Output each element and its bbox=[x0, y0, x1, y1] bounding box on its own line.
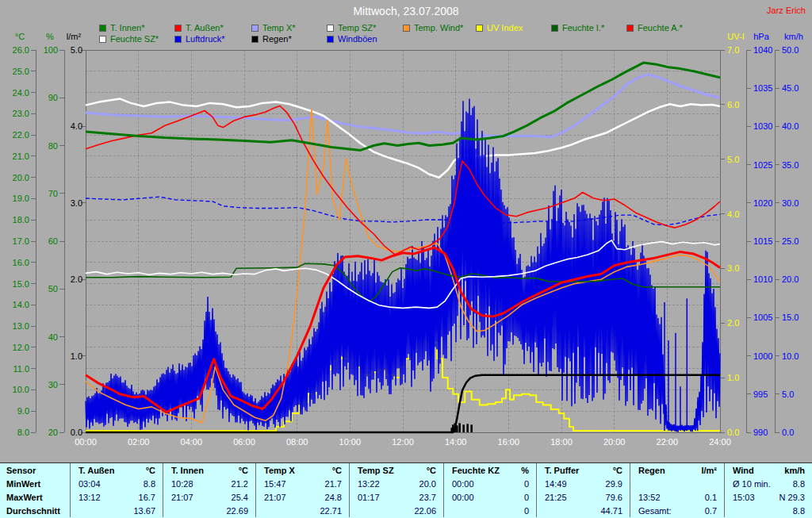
table-cell-t-puffer-avg-right: 44.71 bbox=[600, 506, 622, 516]
table-cell-temp-x-max-right: 24.8 bbox=[325, 493, 342, 502]
axis-tick-label: 10.0 bbox=[13, 385, 29, 394]
axis-tick-label: 1025 bbox=[753, 160, 772, 170]
table-cell-t-außen-header-left: T. Außen bbox=[79, 466, 114, 475]
table-cell-temp-x-header: Temp X°C bbox=[255, 463, 349, 477]
axis-header-lm2: l/m² bbox=[67, 32, 82, 41]
table-cell-temp-sz-header: Temp SZ°C bbox=[349, 463, 443, 477]
axis-tick-label: 1040 bbox=[753, 45, 772, 55]
table-cell-wind-min-left: Ø 10 min. bbox=[733, 479, 771, 489]
axis-tick-label: 1000 bbox=[753, 351, 772, 361]
table-cell-t-außen-max-right: 16.7 bbox=[139, 493, 155, 502]
axis-tick-label: 14.0 bbox=[13, 300, 29, 309]
table-cell-wind-min: Ø 10 min.8.8 bbox=[724, 477, 812, 490]
x-axis-label: 04:00 bbox=[181, 437, 203, 447]
table-row-label: MinWert bbox=[0, 477, 70, 490]
table-cell-feuchte-kz-min-right: 0 bbox=[524, 479, 529, 489]
x-axis-label: 06:00 bbox=[233, 437, 255, 447]
table-cell-temp-x-max: 21:0724.8 bbox=[255, 490, 349, 504]
table-cell-feuchte-kz-header-left: Feuchte KZ bbox=[452, 466, 500, 475]
axis-tick-label: 1020 bbox=[753, 198, 772, 208]
table-cell-temp-sz-max-left: 01:17 bbox=[358, 493, 380, 502]
table-cell-t-innen-avg: 22.69 bbox=[163, 504, 255, 517]
table-cell-t-außen-max-left: 13:12 bbox=[79, 493, 101, 502]
statistics-table: SensorT. Außen°CT. Innen°CTemp X°CTemp S… bbox=[0, 462, 812, 518]
x-axis-label: 08:00 bbox=[286, 437, 308, 447]
table-cell-t-puffer-max-right: 79.6 bbox=[606, 493, 622, 502]
axis-tick-label: 1035 bbox=[753, 83, 772, 93]
table-row-label: Durchschnitt bbox=[0, 504, 70, 517]
table-cell-t-außen-min: 03:048.8 bbox=[70, 477, 163, 490]
table-cell-t-innen-header: T. Innen°C bbox=[163, 463, 255, 477]
weather-chart: °C8.09.010.011.012.013.014.015.016.017.0… bbox=[0, 0, 812, 462]
axis-tick-label: 20 bbox=[48, 428, 58, 437]
axis-header-uv: UV-I bbox=[727, 32, 744, 41]
table-cell-regen-min bbox=[630, 477, 724, 490]
axis-tick-label: 16.0 bbox=[13, 258, 29, 267]
axis-tick-label: 3.0 bbox=[71, 198, 82, 208]
table-cell-feuchte-kz-header: Feuchte KZ% bbox=[443, 463, 536, 477]
table-cell-t-innen-header-right: °C bbox=[239, 466, 248, 475]
table-cell-temp-x-min-left: 15:47 bbox=[264, 479, 286, 489]
axis-tick-label: 5.0 bbox=[71, 45, 82, 55]
table-cell-t-puffer-min: 14:4929.9 bbox=[536, 477, 630, 490]
x-axis-label: 16:00 bbox=[498, 437, 520, 447]
table-cell-regen-avg-left: Gesamt: bbox=[638, 506, 672, 516]
table-cell-feuchte-kz-avg: 0 bbox=[443, 504, 536, 517]
table-cell-temp-sz-avg: 22.06 bbox=[349, 504, 443, 517]
table-cell-temp-x-header-left: Temp X bbox=[264, 466, 295, 475]
axis-tick-label: 15.0 bbox=[13, 279, 29, 289]
axis-tick-label: 8.0 bbox=[17, 428, 29, 437]
table-cell-temp-sz-avg-right: 22.06 bbox=[414, 506, 436, 516]
x-axis-label: 10:00 bbox=[339, 437, 362, 447]
table-row-label-left: MinWert bbox=[6, 479, 40, 489]
axis-tick-label: 15.0 bbox=[782, 313, 799, 322]
table-cell-t-puffer-max: 21:2579.6 bbox=[536, 490, 630, 504]
table-cell-temp-sz-min-right: 20.0 bbox=[419, 479, 436, 489]
axis-header-hpa: hPa bbox=[753, 32, 769, 41]
axis-header-pct: % bbox=[46, 32, 54, 41]
table-cell-wind-max: 15:03N 29.3 bbox=[724, 490, 812, 504]
table-cell-t-außen-header: T. Außen°C bbox=[70, 463, 163, 477]
axis-tick-label: 60 bbox=[48, 236, 58, 246]
axis-tick-label: 13.0 bbox=[13, 321, 29, 331]
table-cell-temp-sz-max-right: 23.7 bbox=[419, 493, 436, 502]
table-cell-feuchte-kz-max-right: 0 bbox=[524, 493, 529, 502]
table-cell-t-innen-max-left: 21:07 bbox=[171, 493, 193, 502]
table-cell-feuchte-kz-header-right: % bbox=[521, 466, 529, 475]
axis-tick-label: 35.0 bbox=[782, 160, 799, 170]
table-row-label: MaxWert bbox=[0, 490, 70, 504]
x-axis-label: 00:00 bbox=[75, 437, 97, 447]
table-cell-feuchte-kz-max-left: 00:00 bbox=[452, 493, 474, 502]
x-axis-label: 24:00 bbox=[709, 437, 731, 447]
table-cell-feuchte-kz-min: 00:000 bbox=[443, 477, 536, 490]
x-axis-label: 20:00 bbox=[603, 437, 626, 447]
axis-tick-label: 1005 bbox=[753, 313, 772, 322]
axis-tick-label: 0.0 bbox=[71, 428, 82, 437]
table-cell-regen-header-left: Regen bbox=[638, 466, 665, 475]
axis-tick-label: 17.0 bbox=[13, 236, 29, 246]
table-cell-t-außen-avg-right: 13.67 bbox=[133, 506, 155, 516]
table-cell-temp-sz-min: 13:2220.0 bbox=[349, 477, 443, 490]
axis-tick-label: 19.0 bbox=[13, 194, 29, 203]
table-cell-t-puffer-header-right: °C bbox=[613, 466, 622, 475]
table-cell-t-außen-header-right: °C bbox=[146, 466, 155, 475]
table-cell-temp-x-header-right: °C bbox=[332, 466, 342, 475]
axis-tick-label: 12.0 bbox=[13, 343, 29, 352]
axis-tick-label: 6.0 bbox=[727, 100, 739, 109]
axis-tick-label: 4.0 bbox=[727, 209, 739, 219]
table-cell-wind-header-right: km/h bbox=[784, 466, 805, 475]
axis-tick-label: 30 bbox=[48, 380, 58, 389]
table-cell-wind-avg: 8.8 bbox=[724, 504, 812, 517]
x-axis-label: 22:00 bbox=[657, 437, 679, 447]
table-row-label-left: Sensor bbox=[6, 466, 36, 475]
axis-tick-label: 70 bbox=[48, 189, 58, 198]
table-cell-t-innen-min-left: 10:28 bbox=[171, 479, 193, 489]
axis-tick-label: 1015 bbox=[753, 236, 772, 246]
x-axis-label: 18:00 bbox=[550, 437, 573, 447]
axis-tick-label: 9.0 bbox=[17, 406, 29, 416]
axis-tick-label: 5.0 bbox=[727, 155, 739, 164]
axis-tick-label: 1.0 bbox=[71, 351, 82, 361]
table-row-label-left: MaxWert bbox=[6, 493, 43, 502]
table-cell-t-außen-avg: 13.67 bbox=[70, 504, 163, 517]
table-cell-regen-avg-right: 0.7 bbox=[705, 506, 717, 516]
